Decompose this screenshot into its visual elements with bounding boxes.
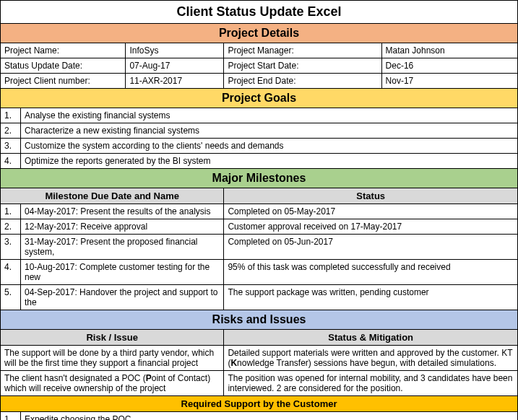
milestones-header: Major Milestones: [1, 169, 518, 188]
risk-description: The client hasn't designated a POC (Poin…: [1, 371, 224, 396]
list-item: 3. Customize the system according to the…: [1, 139, 518, 154]
label-start-date: Project Start Date:: [224, 58, 381, 74]
milestone-number: 1.: [1, 204, 21, 219]
table-row: 2. 12-May-2017: Receive approval Custome…: [1, 219, 518, 235]
project-details-header: Project Details: [1, 24, 518, 43]
goal-text: Optimize the reports generated by the BI…: [21, 154, 518, 169]
table-row: The support will be done by a third part…: [1, 346, 518, 371]
table-row: 1. 04-May-2017: Present the results of t…: [1, 204, 518, 219]
milestone-name: 04-May-2017: Present the results of the …: [21, 204, 224, 219]
value-project-name: InfoSys: [126, 43, 224, 58]
support-number: 1.: [1, 412, 21, 421]
milestone-status: 95% of this task was completed successfu…: [224, 260, 518, 285]
risk-col1-header: Risk / Issue: [1, 330, 224, 346]
goal-text: Analyse the existing financial systems: [21, 108, 518, 123]
milestone-number: 5.: [1, 285, 21, 310]
milestone-number: 4.: [1, 260, 21, 285]
table-row: 3. 31-May-2017: Present the proposed fin…: [1, 235, 518, 260]
milestone-status: Customer approval received on 17-May-201…: [224, 219, 518, 235]
milestone-status: Completed on 05-Jun-2017: [224, 235, 518, 260]
milestone-name: 31-May-2017: Present the proposed financ…: [21, 235, 224, 260]
table-row: Project Name: InfoSys Project Manager: M…: [1, 43, 518, 58]
list-item: 4. Optimize the reports generated by the…: [1, 154, 518, 169]
required-support-header: Required Support by the Customer: [1, 396, 518, 412]
milestone-name: 04-Sep-2017: Handover the project and su…: [21, 285, 224, 310]
risk-description: The support will be done by a third part…: [1, 346, 224, 371]
risk-col2-header: Status & Mitigation: [224, 330, 518, 346]
table-row: Status Update Date: 07-Aug-17 Project St…: [1, 58, 518, 74]
value-end-date: Nov-17: [381, 74, 517, 89]
milestone-name: 12-May-2017: Receive approval: [21, 219, 224, 235]
milestone-name: 10-Aug-2017: Complete customer testing f…: [21, 260, 224, 285]
table-row: Risk / Issue Status & Mitigation: [1, 330, 518, 346]
value-status-date: 07-Aug-17: [126, 58, 224, 74]
project-goals-header: Project Goals: [1, 89, 518, 108]
list-item: 1. Analyse the existing financial system…: [1, 108, 518, 123]
support-text: Expedite choosing the POC: [21, 412, 518, 421]
milestone-status: The support package was written, pending…: [224, 285, 518, 310]
table-row: 4. 10-Aug-2017: Complete customer testin…: [1, 260, 518, 285]
table-row: The client hasn't designated a POC (Poin…: [1, 371, 518, 396]
goal-text: Characterize a new existing financial sy…: [21, 123, 518, 139]
list-item: 1. Expedite choosing the POC: [1, 412, 518, 421]
milestone-status: Completed on 05-May-2017: [224, 204, 518, 219]
document-title: Client Status Update Excel: [1, 1, 518, 24]
milestone-number: 3.: [1, 235, 21, 260]
goal-text: Customize the system according to the cl…: [21, 139, 518, 154]
value-project-manager: Matan Johnson: [381, 43, 517, 58]
milestone-col2-header: Status: [224, 188, 518, 204]
table-row: 5. 04-Sep-2017: Handover the project and…: [1, 285, 518, 310]
list-item: 2. Characterize a new existing financial…: [1, 123, 518, 139]
status-update-table: Client Status Update Excel Project Detai…: [0, 0, 518, 420]
table-row: Project Client number: 11-AXR-2017 Proje…: [1, 74, 518, 89]
milestone-number: 2.: [1, 219, 21, 235]
label-end-date: Project End Date:: [224, 74, 381, 89]
goal-number: 4.: [1, 154, 21, 169]
value-start-date: Dec-16: [381, 58, 517, 74]
risks-header: Risks and Issues: [1, 310, 518, 330]
goal-number: 1.: [1, 108, 21, 123]
label-client-number: Project Client number:: [1, 74, 126, 89]
goal-number: 2.: [1, 123, 21, 139]
label-project-name: Project Name:: [1, 43, 126, 58]
risk-mitigation: The position was opened for internal mob…: [224, 371, 518, 396]
risk-mitigation: Detailed support materials were written …: [224, 346, 518, 371]
table-row: Milestone Due Date and Name Status: [1, 188, 518, 204]
goal-number: 3.: [1, 139, 21, 154]
value-client-number: 11-AXR-2017: [126, 74, 224, 89]
label-project-manager: Project Manager:: [224, 43, 381, 58]
label-status-date: Status Update Date:: [1, 58, 126, 74]
milestone-col1-header: Milestone Due Date and Name: [1, 188, 224, 204]
